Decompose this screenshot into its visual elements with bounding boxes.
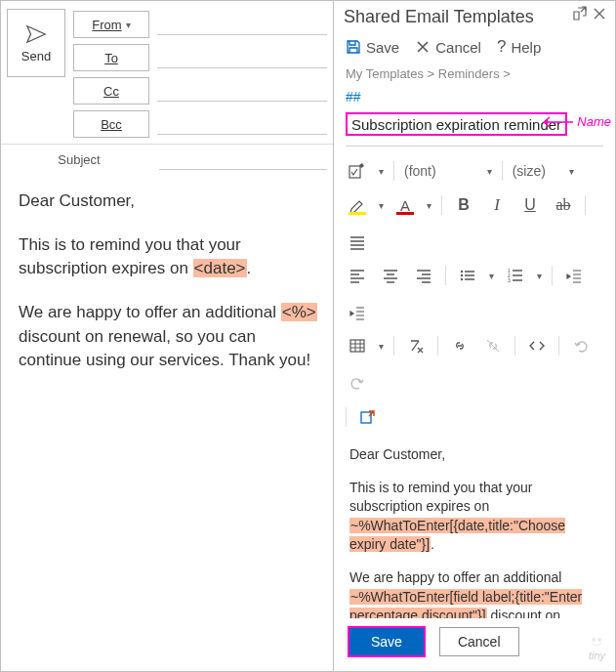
clear-format-button[interactable]: [404, 332, 428, 359]
bold-button[interactable]: B: [452, 191, 475, 219]
compose-p1: This is to remind you that your subscrip…: [19, 233, 319, 281]
editor-p2: We are happy to offer an additional ~%Wh…: [349, 568, 599, 618]
watermark-icon: [590, 637, 603, 649]
compose-p2: We are happy to offer an additional <%> …: [19, 301, 319, 373]
macro-icon: [349, 162, 366, 180]
align-left-button[interactable]: [346, 262, 369, 289]
chevron-down-icon[interactable]: ▾: [379, 166, 384, 177]
subject-input[interactable]: [159, 148, 327, 170]
outdent-button[interactable]: [562, 262, 586, 289]
pane-title: Shared Email Templates: [344, 7, 605, 27]
compose-header: Send From ▾ To C: [1, 1, 333, 145]
code-button[interactable]: [525, 332, 549, 359]
chevron-down-icon: ▾: [487, 166, 492, 177]
breadcrumb[interactable]: My Templates > Reminders >: [334, 66, 615, 89]
svg-rect-8: [361, 412, 371, 423]
bullet-list-button[interactable]: [456, 262, 479, 289]
number-list-button[interactable]: 123: [504, 262, 527, 289]
indent-button[interactable]: [346, 299, 369, 326]
chevron-down-icon: ▾: [569, 166, 574, 177]
chevron-down-icon[interactable]: ▾: [537, 271, 542, 281]
from-label: From: [92, 18, 121, 32]
to-input[interactable]: [157, 47, 327, 68]
cc-input[interactable]: [157, 80, 327, 102]
compose-body[interactable]: Dear Customer, This is to remind you tha…: [1, 176, 333, 671]
close-icon[interactable]: [592, 7, 607, 21]
cancel-icon: [415, 39, 431, 55]
toolbar-help[interactable]: ? Help: [497, 37, 541, 57]
svg-point-2: [461, 274, 463, 276]
token-percent: <%>: [281, 303, 317, 321]
italic-button[interactable]: I: [485, 191, 509, 219]
svg-point-3: [461, 278, 463, 280]
cancel-button[interactable]: Cancel: [439, 627, 519, 656]
name-annotation: Name: [540, 114, 611, 129]
font-color-button[interactable]: A: [393, 191, 417, 219]
font-size-select[interactable]: (size) ▾: [513, 163, 574, 179]
bcc-input[interactable]: [157, 113, 327, 135]
hash-marks: ##: [334, 89, 615, 112]
align-center-button[interactable]: [379, 262, 402, 289]
editor-token-date: ~%WhatToEnter[{date,title:"Choose expiry…: [349, 518, 565, 553]
svg-rect-7: [350, 340, 364, 352]
chevron-down-icon: ▾: [126, 20, 131, 30]
bcc-button[interactable]: Bcc: [73, 110, 149, 138]
subject-label: Subject: [7, 152, 151, 167]
save-button[interactable]: Save: [348, 626, 426, 657]
toolbar-save[interactable]: Save: [346, 39, 399, 56]
font-family-select[interactable]: (font) ▾: [404, 163, 492, 179]
undo-button[interactable]: [569, 332, 593, 359]
from-input[interactable]: [157, 14, 327, 35]
editor-greeting: Dear Customer,: [349, 445, 599, 465]
bcc-label: Bcc: [101, 117, 122, 132]
compose-pane: Send From ▾ To C: [1, 1, 334, 671]
cc-button[interactable]: Cc: [73, 77, 149, 105]
to-label: To: [104, 51, 118, 65]
highlight-button[interactable]: [346, 191, 369, 219]
template-name-input[interactable]: Subscription expiration reminder: [346, 112, 567, 136]
save-icon: [346, 39, 361, 55]
underline-button[interactable]: U: [518, 191, 542, 219]
chevron-down-icon[interactable]: ▾: [379, 200, 384, 211]
align-right-button[interactable]: [412, 262, 435, 289]
editor-p1: This is to remind you that your subscrip…: [349, 479, 599, 555]
svg-point-10: [597, 638, 601, 642]
to-button[interactable]: To: [73, 44, 149, 71]
send-icon: [25, 23, 47, 45]
compose-greeting: Dear Customer,: [19, 189, 319, 214]
chevron-down-icon[interactable]: ▾: [379, 341, 384, 352]
svg-point-1: [461, 271, 463, 273]
chevron-down-icon[interactable]: ▾: [427, 200, 431, 211]
templates-pane: Shared Email Templates Save Cancel ? Hel…: [334, 1, 615, 671]
arrow-left-icon: [540, 115, 575, 129]
send-button[interactable]: Send: [7, 9, 65, 77]
help-icon: ?: [497, 37, 506, 57]
watermark: tiny: [589, 637, 605, 661]
svg-point-9: [592, 638, 595, 642]
link-button[interactable]: [448, 332, 472, 359]
editor-body[interactable]: Dear Customer, This is to remind you tha…: [334, 436, 615, 618]
send-label: Send: [21, 49, 51, 63]
insert-field-button[interactable]: [356, 403, 380, 431]
toolbar-cancel[interactable]: Cancel: [415, 39, 481, 56]
align-justify-button[interactable]: [346, 229, 369, 256]
macro-menu[interactable]: [346, 157, 369, 185]
template-toolbar: Save Cancel ? Help: [334, 31, 615, 66]
strike-button[interactable]: ab: [552, 191, 575, 219]
svg-text:3: 3: [508, 277, 511, 283]
redo-button[interactable]: [346, 369, 369, 397]
cc-label: Cc: [103, 84, 119, 99]
token-date: <date>: [193, 259, 247, 277]
chevron-down-icon[interactable]: ▾: [489, 271, 494, 281]
bottom-bar: Save Cancel: [334, 618, 615, 671]
unlink-button[interactable]: [481, 332, 505, 359]
from-button[interactable]: From ▾: [73, 11, 149, 38]
popout-icon[interactable]: [572, 7, 588, 21]
editor-toolbar: ▾ (font) ▾ (size) ▾: [334, 152, 615, 436]
table-button[interactable]: [346, 332, 369, 359]
